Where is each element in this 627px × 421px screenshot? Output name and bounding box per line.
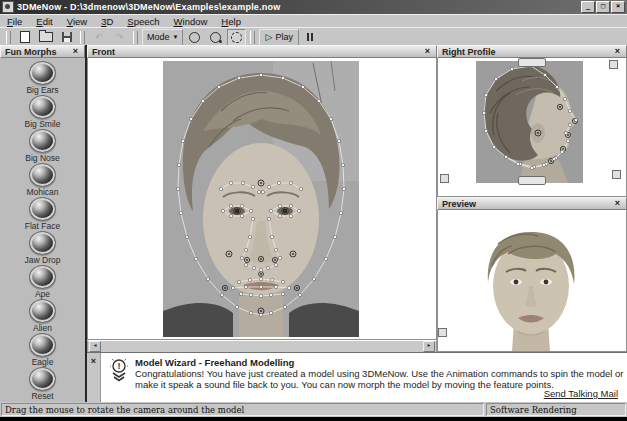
preview-header[interactable]: Preview × (437, 197, 627, 210)
svg-text:!: ! (118, 361, 121, 371)
morph-sphere-icon[interactable] (29, 61, 56, 85)
morph-sphere-icon[interactable] (29, 231, 56, 255)
wizard-content: ! Model Wizard - Freehand Modelling Cong… (101, 353, 627, 402)
play-button[interactable]: ▷ Play (259, 29, 298, 46)
fun-morphs-title: Fun Morphs (5, 47, 57, 57)
close-icon[interactable]: × (71, 47, 80, 56)
right-profile-canvas[interactable] (437, 58, 627, 197)
profile-face-photo[interactable] (476, 61, 583, 183)
app-icon (2, 1, 14, 13)
morph-item[interactable]: Mohican (0, 163, 85, 197)
profile-topright-handle[interactable] (609, 60, 618, 69)
menu-item[interactable]: File (0, 16, 29, 27)
undo-button[interactable]: ↶ (89, 29, 108, 46)
close-icon[interactable]: × (423, 47, 432, 56)
play-icon: ▷ (265, 33, 272, 42)
wizard-close-icon[interactable]: × (91, 357, 96, 366)
right-profile-header[interactable]: Right Profile × (437, 45, 627, 58)
status-message: Drag the mouse to rotate the camera arou… (1, 403, 484, 416)
front-panel: Front × (87, 45, 437, 352)
preview-title: Preview (442, 199, 476, 209)
morph-sphere-icon[interactable] (29, 95, 56, 119)
preview-panel: Preview × (437, 197, 627, 352)
morph-item[interactable]: Jaw Drop (0, 231, 85, 265)
toolbar-grip (250, 31, 255, 44)
morph-item[interactable]: Eagle (0, 333, 85, 367)
morph-sphere-icon[interactable] (29, 299, 56, 323)
morph-item[interactable]: Flat Face (0, 197, 85, 231)
toolbar-grip (133, 31, 138, 44)
toolbar: ↶ ↷ Mode ▼ ▷ Play (0, 27, 627, 47)
redo-icon: ↷ (116, 33, 124, 42)
send-talking-mail-link[interactable]: Send Talking Mail (544, 388, 618, 399)
morph-label: Ape (35, 289, 50, 299)
morph-label: Alien (33, 323, 52, 333)
morph-label: Big Ears (26, 85, 58, 95)
save-floppy-icon (62, 32, 72, 42)
morph-item[interactable]: Ape (0, 265, 85, 299)
mode-dropdown-button[interactable]: Mode ▼ (142, 29, 183, 46)
front-canvas[interactable] (87, 58, 437, 340)
menu-item[interactable]: Edit (29, 16, 59, 27)
menu-item[interactable]: 3D (94, 16, 120, 27)
profile-bottom-handle[interactable] (518, 176, 546, 185)
morph-label: Big Smile (25, 119, 61, 129)
pause-button[interactable] (301, 29, 320, 46)
wizard-title: Model Wizard - Freehand Modelling (135, 357, 294, 368)
profile-bottomright-handle[interactable] (612, 170, 621, 179)
preview-face-render[interactable] (438, 210, 624, 352)
play-label: Play (275, 32, 293, 42)
new-button[interactable] (15, 29, 34, 46)
redo-button[interactable]: ↷ (110, 29, 129, 46)
morph-item[interactable]: Alien (0, 299, 85, 333)
profile-bottomleft-handle[interactable] (440, 174, 449, 183)
orbit-circle-icon (189, 32, 200, 43)
morph-label: Eagle (32, 357, 54, 367)
pan-mode-button[interactable] (206, 29, 225, 46)
morph-label: Jaw Drop (25, 255, 61, 265)
fun-morphs-header[interactable]: Fun Morphs × (0, 45, 85, 58)
statusbar: Drag the mouse to rotate the camera arou… (0, 402, 627, 417)
morph-item[interactable]: Big Smile (0, 95, 85, 129)
right-profile-panel: Right Profile × (437, 45, 627, 197)
front-header[interactable]: Front × (87, 45, 437, 58)
close-icon[interactable]: × (613, 47, 622, 56)
menu-item[interactable]: Speech (120, 16, 166, 27)
menu-item[interactable]: View (60, 16, 94, 27)
menu-item[interactable]: Help (214, 16, 248, 27)
close-button[interactable]: × (611, 1, 625, 13)
maximize-button[interactable]: □ (596, 1, 610, 13)
minimize-button[interactable]: _ (581, 1, 595, 13)
morph-list: Big Ears Big Smile Big Nose Mohican (0, 58, 85, 401)
morph-item[interactable]: Big Nose (0, 129, 85, 163)
morph-label: Flat Face (25, 221, 60, 231)
morph-sphere-icon[interactable] (29, 333, 56, 357)
profile-top-handle[interactable] (518, 58, 546, 67)
preview-left-handle[interactable] (438, 328, 447, 337)
undo-icon: ↶ (95, 33, 103, 42)
window-titlebar[interactable]: 3DMeNow - D:\3dmenow\3DMeNow\Examples\ex… (0, 0, 627, 14)
orbit-dot-circle-icon (210, 32, 221, 43)
close-icon[interactable]: × (613, 199, 622, 208)
rotate-mode-button[interactable] (227, 29, 246, 46)
open-folder-icon (39, 32, 53, 42)
app-window: 3DMeNow - D:\3dmenow\3DMeNow\Examples\ex… (0, 0, 627, 417)
front-face-photo[interactable] (163, 61, 359, 337)
morph-item[interactable]: Reset (0, 367, 85, 401)
morph-sphere-icon[interactable] (29, 265, 56, 289)
fun-morphs-panel: Fun Morphs × Big Ears Big Smile Big Nose (0, 45, 87, 402)
morph-item[interactable]: Big Ears (0, 61, 85, 95)
open-button[interactable] (36, 29, 55, 46)
toolbar-grip[interactable] (6, 31, 11, 44)
morph-sphere-icon[interactable] (29, 367, 56, 391)
morph-sphere-icon[interactable] (29, 163, 56, 187)
save-button[interactable] (57, 29, 76, 46)
scroll-right-handle[interactable]: ▸ (423, 341, 435, 352)
morph-sphere-icon[interactable] (29, 129, 56, 153)
window-title: 3DMeNow - D:\3dmenow\3DMeNow\Examples\ex… (17, 2, 580, 12)
morph-sphere-icon[interactable] (29, 197, 56, 221)
preview-canvas[interactable] (437, 210, 627, 352)
menu-item[interactable]: Window (167, 16, 215, 27)
scroll-left-handle[interactable]: ◂ (89, 341, 101, 352)
orbit-mode-button[interactable] (185, 29, 204, 46)
